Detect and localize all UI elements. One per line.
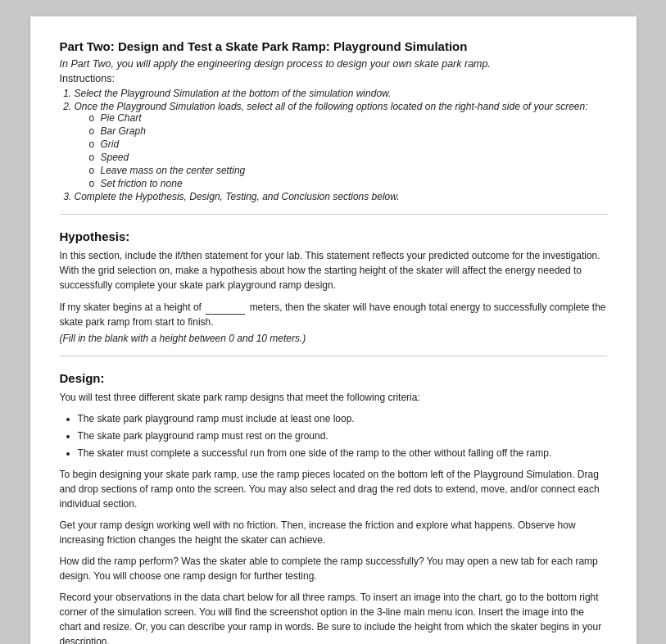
bullet-1: The skate park playground ramp must incl… — [78, 411, 607, 426]
divider-2 — [60, 356, 607, 356]
page-container: Part Two: Design and Test a Skate Park R… — [30, 16, 637, 644]
part-title: Part Two: Design and Test a Skate Park R… — [60, 39, 607, 53]
instructions-list: Select the Playground Simulation at the … — [60, 88, 607, 202]
sub-option-pie-chart: Pie Chart — [89, 112, 607, 124]
design-para2: Get your ramp design working well with n… — [60, 518, 607, 547]
bullet-2: The skate park playground ramp must rest… — [78, 429, 607, 443]
sub-option-friction: Set friction to none — [89, 178, 607, 189]
intro-text: In Part Two, you will apply the engineer… — [60, 58, 607, 70]
hypothesis-note: (Fill in the blank with a height between… — [60, 333, 607, 344]
instruction-2: Once the Playground Simulation loads, se… — [75, 101, 607, 189]
hypothesis-blank[interactable] — [206, 299, 245, 315]
instruction-3: Complete the Hypothesis, Design, Testing… — [75, 191, 607, 202]
hypothesis-intro: In this section, include the if/then sta… — [60, 248, 607, 293]
design-intro: You will test three different skate park… — [60, 390, 607, 405]
hypothesis-fill: If my skater begins at a height of meter… — [60, 299, 607, 329]
instructions-label: Instructions: — [60, 73, 607, 84]
design-title: Design: — [60, 371, 607, 385]
design-para4: Record your observations in the data cha… — [60, 590, 607, 644]
sub-option-speed: Speed — [89, 152, 607, 163]
sub-option-mass: Leave mass on the center setting — [89, 165, 607, 176]
hypothesis-title: Hypothesis: — [60, 229, 607, 243]
instruction-1: Select the Playground Simulation at the … — [75, 88, 607, 99]
divider-1 — [60, 214, 607, 215]
sub-options-list: Pie Chart Bar Graph Grid Speed Leave mas… — [75, 112, 607, 189]
design-para1: To begin designing your skate park ramp,… — [60, 467, 607, 511]
hypothesis-prefix: If my skater begins at a height of — [60, 302, 202, 313]
bullet-3: The skater must complete a successful ru… — [78, 446, 607, 460]
sub-option-bar-graph: Bar Graph — [89, 125, 607, 137]
design-bullets: The skate park playground ramp must incl… — [60, 411, 607, 460]
sub-option-grid: Grid — [89, 138, 607, 150]
design-para3: How did the ramp perform? Was the skater… — [60, 554, 607, 583]
